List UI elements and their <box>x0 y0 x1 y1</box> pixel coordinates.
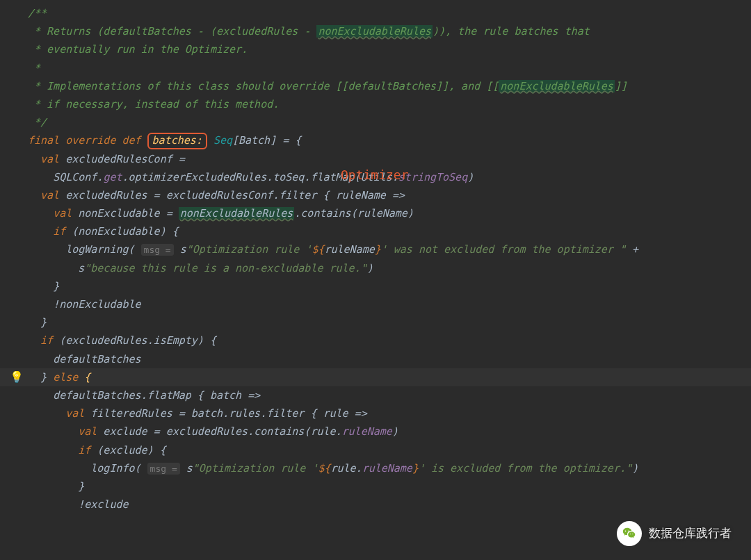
bracket: [ <box>232 134 239 147</box>
code-line: * if necessary, instead of this method. <box>0 95 751 113</box>
s-prefix: s <box>174 243 186 256</box>
code-line: val nonExcludable = nonExcludableRules.c… <box>0 204 751 222</box>
method-name: batches: <box>152 134 202 147</box>
code-line: val excludedRules = excludedRulesConf.fi… <box>0 186 751 204</box>
code-text: defaultBatches <box>53 353 140 365</box>
brace: } <box>40 316 47 329</box>
code-line: * Returns (defaultBatches - (excludedRul… <box>0 22 751 40</box>
wechat-svg-icon <box>622 526 637 541</box>
highlighted-term: nonExcludableRules <box>316 25 433 38</box>
interpolation-open: ${ <box>312 243 324 256</box>
comment-text: )), the rule batches that <box>433 25 590 38</box>
comment-text: */ <box>28 116 47 129</box>
paren: ) <box>392 425 398 438</box>
code-line: defaultBatches <box>0 350 751 368</box>
comment-text: * if necessary, instead of this method. <box>28 98 279 110</box>
keyword-val: val <box>78 425 97 438</box>
highlighted-term: nonExcludableRules <box>499 80 615 92</box>
code-text: !exclude <box>78 498 128 511</box>
identifier: excludedRulesConf <box>65 153 172 165</box>
code-text: SQLConf. <box>53 171 103 183</box>
comment-text: * Returns (defaultBatches - (excludedRul… <box>28 25 316 38</box>
interpolation-close: } <box>412 462 419 475</box>
comment-text: * <box>28 62 40 74</box>
s-prefix: s <box>78 262 84 274</box>
code-line: if (excludedRules.isEmpty) { <box>0 331 751 349</box>
code-line-current: 💡 } else { <box>0 368 751 386</box>
code-text: .contains(ruleName) <box>294 207 414 220</box>
string: "because this rule is a non-excludable r… <box>84 262 366 274</box>
code-line: !exclude <box>0 495 751 513</box>
code-text: (exclude) { <box>90 444 165 456</box>
code-text: exclude = excludedRules.contains(rule. <box>97 425 341 438</box>
eq: = <box>172 153 185 165</box>
paren: ) <box>367 262 373 274</box>
keyword-val: val <box>65 407 84 420</box>
wechat-icon <box>617 521 642 546</box>
code-text: (excludedRules.isEmpty) { <box>53 334 216 347</box>
intention-bulb-icon[interactable]: 💡 <box>10 368 24 387</box>
code-line: if (nonExcludable) { <box>0 222 751 240</box>
function-call: logInfo( <box>90 462 147 475</box>
code-line: * Implementations of this class should o… <box>0 77 751 95</box>
paren: ) <box>632 462 638 475</box>
code-line: * <box>0 59 751 77</box>
s-prefix: s <box>180 462 193 475</box>
annotation-label: Optimizer <box>341 164 409 186</box>
paren: ) <box>467 171 474 183</box>
boxed-method-name: batches: <box>147 133 207 149</box>
code-text: filteredRules = batch.rules.filter { rul… <box>84 407 366 420</box>
code-line: !nonExcludable <box>0 295 751 313</box>
param-hint: msg = <box>141 244 174 256</box>
keyword-override: override <box>65 134 115 147</box>
brace-highlight: { <box>78 371 90 384</box>
comment-text: ]] <box>615 80 627 92</box>
code-line: val filteredRules = batch.rules.filter {… <box>0 404 751 422</box>
code-line: defaultBatches.flatMap { batch => <box>0 386 751 404</box>
keyword-else: else <box>53 371 78 384</box>
keyword-if: if <box>78 444 90 456</box>
code-text: !nonExcludable <box>53 298 140 311</box>
interpolation-close: } <box>375 243 381 256</box>
string: ' was not excluded from the optimizer " <box>381 243 626 256</box>
code-text: nonExcludable = <box>72 207 179 220</box>
brace: } <box>78 480 84 493</box>
type-batch: Batch <box>239 134 270 147</box>
type-seq: Seq <box>213 134 232 147</box>
code-text: excludedRules = excludedRulesConf.filter… <box>59 189 405 201</box>
keyword-def: def <box>122 134 140 147</box>
code-line: * eventually run in the Optimizer. <box>0 40 751 58</box>
keyword-if: if <box>53 225 65 238</box>
interp-var: ruleName <box>324 243 374 256</box>
code-line: logWarning( msg = s"Optimization rule '$… <box>0 240 751 258</box>
comment-text: /** <box>28 7 47 19</box>
function-call: logWarning( <box>65 243 140 256</box>
string: "Optimization rule ' <box>186 243 312 256</box>
keyword-val: val <box>40 153 59 165</box>
bracket-eq: ] = { <box>270 134 301 147</box>
string: "Optimization rule ' <box>193 462 318 475</box>
code-line: /** <box>0 4 751 22</box>
code-line: } <box>0 313 751 331</box>
code-line: final override def batches: Seq[Batch] =… <box>0 131 751 149</box>
watermark-text: 数据仓库践行者 <box>649 523 732 544</box>
brace: } <box>40 371 53 384</box>
property: ruleName <box>362 462 412 475</box>
highlighted-term: nonExcludableRules <box>179 207 295 220</box>
property: get <box>103 171 122 183</box>
code-line: if (exclude) { <box>0 441 751 459</box>
interp-obj: rule. <box>330 462 362 475</box>
comment-text: * eventually run in the Optimizer. <box>28 43 248 56</box>
keyword-val: val <box>40 189 59 201</box>
code-line: logInfo( msg = s"Optimization rule '${ru… <box>0 459 751 477</box>
comment-text: * Implementations of this class should o… <box>28 80 499 92</box>
code-line: s"because this rule is a non-excludable … <box>0 259 751 277</box>
string: ' is excluded from the optimizer." <box>419 462 632 475</box>
code-editor[interactable]: /** * Returns (defaultBatches - (exclude… <box>0 0 751 513</box>
param-hint: msg = <box>147 463 180 475</box>
code-line: } <box>0 277 751 295</box>
code-line: */ <box>0 113 751 131</box>
keyword-if: if <box>40 334 53 347</box>
code-line: } <box>0 477 751 495</box>
code-text: defaultBatches.flatMap { batch => <box>53 389 260 402</box>
